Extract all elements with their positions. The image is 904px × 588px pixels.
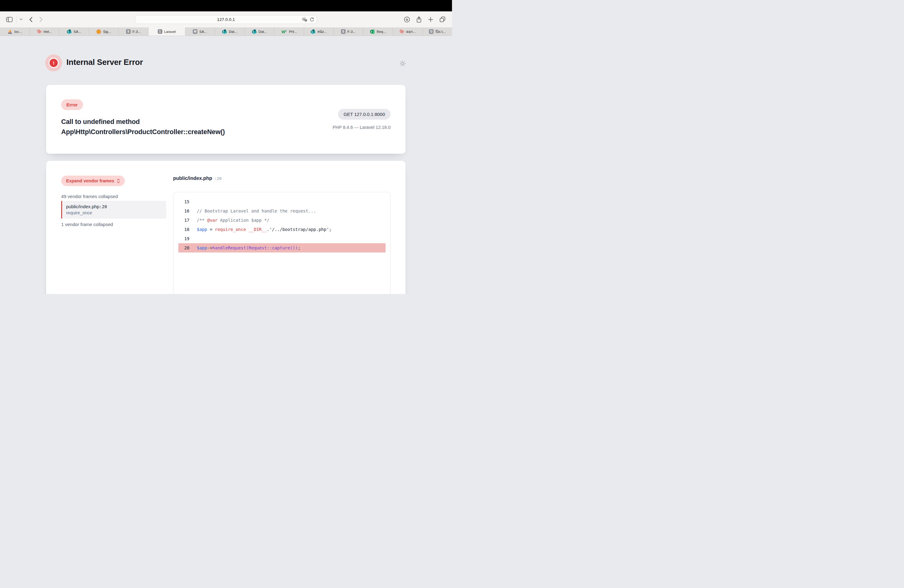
stack-trace-card: Expand vendor frames 49 vendor frames co… xyxy=(46,161,406,294)
browser-tab-8[interactable]: SDat... xyxy=(215,27,245,36)
back-button-icon[interactable] xyxy=(29,17,33,22)
line-number: 17 xyxy=(174,218,190,223)
address-text: 127.0.0.1 xyxy=(217,17,235,22)
line-number: 20 xyxy=(179,245,190,250)
sidebar-toggle-icon[interactable] xyxy=(6,17,13,22)
browser-tab-10[interactable]: W3PH... xyxy=(274,27,304,36)
sharepoint-favicon: S xyxy=(67,29,72,34)
tab-label: SA... xyxy=(199,30,207,33)
svg-text:3: 3 xyxy=(285,30,286,32)
tab-overview-icon[interactable] xyxy=(439,16,446,22)
expand-vendor-frames-label: Expand vendor frames xyxy=(66,179,114,183)
tab-label: PH... xyxy=(289,30,297,33)
page-title: Internal Server Error xyxy=(66,57,143,67)
browser-tab-6-active[interactable]: 1Laravel xyxy=(149,27,185,36)
download-icon[interactable] xyxy=(404,17,410,22)
excel-favicon: X xyxy=(370,29,375,34)
tab-label: F-3... xyxy=(348,30,356,33)
code-line-19: 19 xyxy=(174,234,390,243)
letter-favicon: S xyxy=(341,29,346,34)
error-type-badge: Error xyxy=(61,100,83,110)
stack-frame-item[interactable]: public/index.php:20 require_once xyxy=(61,201,166,219)
expand-vendor-frames-button[interactable]: Expand vendor frames xyxy=(61,175,125,186)
browser-tab-5[interactable]: SF-3... xyxy=(119,27,149,36)
letter-favicon: G xyxy=(429,29,433,34)
letter-favicon: M xyxy=(193,29,198,34)
php-laravel-version: PHP 8.4.6 — Laravel 12.18.0 xyxy=(333,125,390,130)
tab-label: Dat... xyxy=(259,30,267,33)
browser-tab-2[interactable]: Hel... xyxy=(30,27,60,36)
forward-button-icon[interactable] xyxy=(40,17,43,22)
error-message: Call to undefined method App\Http\Contro… xyxy=(61,117,277,137)
stack-frame-file: public/index.php:20 xyxy=(66,204,163,209)
code-text: /** @var Application $app */ xyxy=(197,218,269,223)
sharepoint-favicon: S xyxy=(311,29,316,34)
browser-tab-14[interactable]: ดอก... xyxy=(393,27,423,36)
svg-text:S: S xyxy=(253,31,254,33)
chevron-up-down-icon xyxy=(117,179,120,183)
menubar-strip xyxy=(0,0,452,11)
theme-toggle-sun-icon[interactable] xyxy=(400,60,406,68)
vendor-frames-collapsed-bottom: 1 vendor frame collapsed xyxy=(61,222,113,227)
browser-toolbar: 127.0.0.1 A xyxy=(0,11,452,27)
code-viewer: 1516// Bootstrap Laravel and handle the … xyxy=(173,192,390,294)
code-text: $app->handleRequest(Request::capture()); xyxy=(197,245,300,250)
share-icon[interactable] xyxy=(416,16,422,23)
tab-label: Sig... xyxy=(103,30,111,33)
browser-tab-1[interactable]: PMAloc... xyxy=(0,27,30,36)
w3-favicon: W3 xyxy=(281,30,287,34)
svg-text:PMA: PMA xyxy=(8,32,12,34)
svg-text:X: X xyxy=(371,30,373,33)
orange-favicon xyxy=(96,29,101,34)
browser-tab-7[interactable]: MSA... xyxy=(185,27,215,36)
browser-tab-4[interactable]: Sig... xyxy=(89,27,119,36)
browser-tab-15[interactable]: Gบึงเว... xyxy=(423,27,452,36)
tab-label: Req... xyxy=(377,30,386,33)
browser-tab-3[interactable]: SSA... xyxy=(59,27,89,36)
vendor-frames-collapsed-top: 49 vendor frames collapsed xyxy=(61,194,118,199)
code-viewer-header: public/index.php:20 xyxy=(173,175,222,181)
tab-label: Hel... xyxy=(44,30,52,33)
tab-label: หนัง... xyxy=(317,29,327,35)
error-summary-card: Error Call to undefined method App\Http\… xyxy=(46,85,406,154)
request-badge: GET 127.0.0.1:8000 xyxy=(338,109,390,120)
code-line-16: 16// Bootstrap Laravel and handle the re… xyxy=(174,206,390,216)
new-tab-icon[interactable] xyxy=(428,17,433,22)
letter-favicon: 1 xyxy=(158,29,162,34)
exclamation-icon: ! xyxy=(49,59,58,67)
laravel-favicon xyxy=(400,29,405,34)
stack-frame-function: require_once xyxy=(66,210,163,215)
pma-favicon: PMA xyxy=(7,29,13,34)
toolbar-separator xyxy=(16,15,17,24)
tab-bar: PMAloc...Hel...SSA...Sig...SF-3...1Larav… xyxy=(0,27,452,36)
line-number: 15 xyxy=(174,199,190,204)
laravel-favicon xyxy=(37,29,42,34)
tab-label: Laravel xyxy=(164,30,176,33)
browser-tab-13[interactable]: XReq... xyxy=(363,27,393,36)
code-line-15: 15 xyxy=(174,197,390,206)
code-line-ref: :20 xyxy=(214,176,221,181)
address-bar[interactable]: 127.0.0.1 A xyxy=(135,15,317,24)
svg-text:A: A xyxy=(303,18,305,20)
letter-favicon: S xyxy=(126,29,131,34)
tab-group-chevron-icon[interactable] xyxy=(20,19,22,20)
browser-tab-9[interactable]: SDat... xyxy=(245,27,275,36)
error-status-icon: ! xyxy=(45,54,62,71)
browser-window: 127.0.0.1 A xyxy=(0,0,452,294)
code-line-17: 17/** @var Application $app */ xyxy=(174,216,390,225)
sharepoint-favicon: S xyxy=(252,29,257,34)
svg-text:S: S xyxy=(68,31,69,33)
sharepoint-favicon: S xyxy=(222,29,227,34)
line-number: 16 xyxy=(174,209,190,213)
code-file-name: public/index.php xyxy=(173,175,212,181)
code-text: $app = require_once __DIR__.'/../bootstr… xyxy=(197,227,332,232)
translate-icon[interactable]: A xyxy=(302,17,307,22)
browser-tab-11[interactable]: Sหนัง... xyxy=(304,27,334,36)
browser-tab-12[interactable]: SF-3... xyxy=(333,27,363,36)
line-number: 19 xyxy=(174,236,190,241)
tab-label: ดอก... xyxy=(406,29,416,35)
page-content: ! Internal Server Error Error Call to un… xyxy=(0,36,452,294)
reload-icon[interactable] xyxy=(310,17,314,22)
tab-label: Dat... xyxy=(229,30,237,33)
code-text: // Bootstrap Laravel and handle the requ… xyxy=(197,209,316,213)
